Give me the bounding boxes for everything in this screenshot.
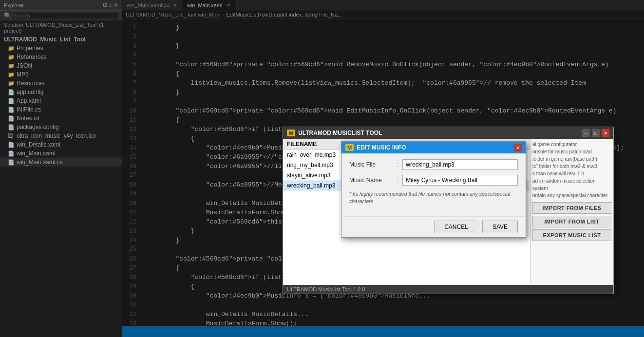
music-file-label: Music File [349,161,393,168]
vs-container: Explorer ⊞ ↕ ✕ 🔍 Solution 'ULTRAMOD_Musi… [0,0,644,337]
music-name-row: Music Name : [349,175,518,186]
cancel-button[interactable]: CANCEL [434,221,478,233]
edit-modal-close-btn[interactable]: ✕ [514,144,522,151]
musiclist-title-left: M ULTRAMOD MUSICLIST TOOL [287,130,382,136]
musiclist-status-bar: ULTRAMOD MusicList Tool 1.0.0 [283,285,613,294]
field-separator: : [397,161,398,168]
edit-modal-buttons: CANCEL SAVE [341,216,526,237]
musiclist-status-text: ULTRAMOD MusicList Tool 1.0.0 [287,286,365,292]
edit-music-modal: M EDIT MUSIC INFO ✕ Music File : Music N… [341,141,526,238]
music-file-input[interactable] [402,159,518,170]
import-from-files-button[interactable]: IMPORT FROM FILES [532,202,611,214]
musiclist-right-panel: al game configurator onsole for music pa… [530,139,613,285]
import-from-list-button[interactable]: IMPORT FROM LIST [532,216,611,227]
musiclist-window-controls: ─ □ ✕ [582,129,609,137]
edit-modal-title-text: EDIT MUSIC INFO [357,144,406,151]
musiclist-maximize-btn[interactable]: □ [592,129,600,137]
music-file-row: Music File : [349,159,518,170]
musiclist-close-btn[interactable]: ✕ [602,129,609,137]
musiclist-titlebar: M ULTRAMOD MUSICLIST TOOL ─ □ ✕ [283,127,613,139]
musiclist-logo: M [287,130,295,136]
musiclist-title-text: ULTRAMOD MUSICLIST TOOL [298,130,382,136]
right-panel-description: al game configurator onsole for music pa… [532,141,611,199]
edit-modal-body: Music File : Music Name : * Its highly r… [341,153,526,216]
edit-modal-title-left: M EDIT MUSIC INFO [345,144,406,151]
music-name-input[interactable] [402,175,518,186]
music-name-label: Music Name [349,177,393,184]
export-music-list-button[interactable]: EXPORT MUSIC LIST [532,229,611,241]
edit-modal-logo: M [345,144,354,151]
save-button[interactable]: SAVE [482,221,518,233]
musiclist-minimize-btn[interactable]: ─ [582,129,590,137]
edit-warning-text: * Its highly recommended that file names… [349,190,518,205]
field-separator: : [397,177,398,184]
edit-modal-titlebar: M EDIT MUSIC INFO ✕ [341,142,526,153]
